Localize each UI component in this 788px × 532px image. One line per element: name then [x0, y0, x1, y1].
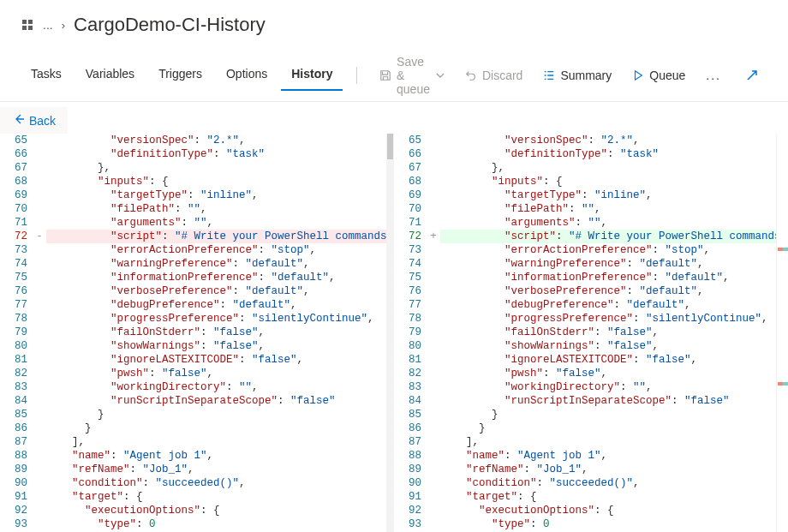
- breadcrumb-overflow[interactable]: ...: [43, 18, 53, 32]
- tab-variables[interactable]: Variables: [75, 60, 145, 91]
- code-right[interactable]: "versionSpec": "2.*", "definitionType": …: [440, 134, 776, 532]
- page-title: CargoDemo-CI-History: [74, 14, 266, 36]
- tab-history[interactable]: History: [281, 60, 343, 91]
- summary-button[interactable]: Summary: [534, 63, 620, 87]
- tab-options[interactable]: Options: [216, 60, 278, 91]
- code-left[interactable]: "versionSpec": "2.*", "definitionType": …: [46, 134, 394, 532]
- line-numbers-left: 6566676869707172737475767778798081828384…: [0, 134, 33, 532]
- discard-label: Discard: [482, 69, 522, 82]
- queue-label: Queue: [649, 69, 685, 82]
- svg-rect-0: [22, 20, 27, 24]
- diff-right-pane[interactable]: 6566676869707172737475767778798081828384…: [394, 134, 788, 532]
- change-markers-right: +: [427, 134, 440, 532]
- discard-button: Discard: [457, 63, 531, 87]
- svg-rect-2: [22, 26, 27, 30]
- tabs-bar: Tasks Variables Triggers Options History…: [0, 45, 788, 102]
- arrow-left-icon: [12, 112, 26, 129]
- expand-icon: [745, 69, 759, 82]
- back-button[interactable]: Back: [0, 107, 68, 134]
- scrollbar-left[interactable]: [386, 134, 394, 532]
- tab-tasks[interactable]: Tasks: [21, 60, 72, 91]
- diff-left-pane[interactable]: 6566676869707172737475767778798081828384…: [0, 134, 394, 532]
- change-markers-left: -: [33, 134, 46, 532]
- summary-label: Summary: [560, 69, 612, 82]
- more-actions-button[interactable]: ...: [697, 63, 730, 87]
- overview-ruler[interactable]: [776, 134, 788, 532]
- save-and-queue-label: Save & queue: [397, 55, 431, 96]
- diff-viewer: 6566676869707172737475767778798081828384…: [0, 134, 788, 532]
- undo-icon: [465, 69, 477, 81]
- breadcrumb-chevron-icon: ›: [62, 19, 65, 32]
- more-icon: ...: [706, 69, 721, 82]
- tab-triggers[interactable]: Triggers: [148, 60, 212, 91]
- pipeline-icon[interactable]: [21, 18, 34, 32]
- save-icon: [379, 69, 391, 81]
- svg-rect-1: [28, 20, 33, 24]
- chevron-down-icon: [436, 71, 445, 80]
- queue-button[interactable]: Queue: [624, 63, 694, 87]
- breadcrumb: ... › CargoDemo-CI-History: [0, 0, 788, 45]
- fullscreen-button[interactable]: [737, 63, 767, 87]
- list-icon: [543, 69, 555, 81]
- back-label: Back: [29, 114, 56, 128]
- divider: [356, 67, 357, 84]
- svg-rect-3: [28, 26, 33, 30]
- save-and-queue-button: Save & queue: [371, 50, 453, 101]
- play-icon: [632, 69, 644, 81]
- line-numbers-right: 6566676869707172737475767778798081828384…: [394, 134, 427, 532]
